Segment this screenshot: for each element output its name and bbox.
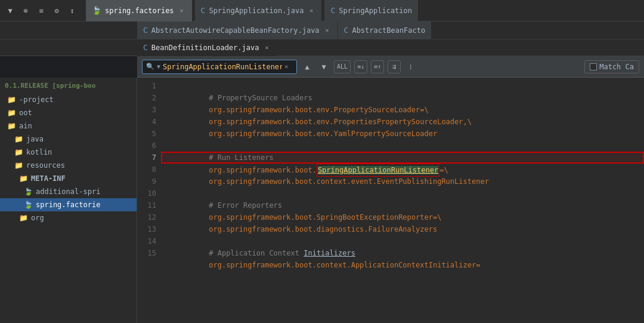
tab-close-bean-def[interactable]: ✕ [262,44,271,52]
code-content: 1 2 3 4 5 6 7 8 9 10 11 12 13 14 15 # Pr… [137,78,644,323]
line-num-11: 11 [137,199,156,211]
spring-icon: 🍃 [92,6,101,15]
sidebar-item-org[interactable]: 📁 org [0,211,137,224]
code-lines: # PropertySource Loaders org.springframe… [161,78,644,323]
java-icon-3: C [143,26,148,35]
search-input[interactable] [163,63,282,71]
code-line-1: # PropertySource Loaders [161,80,644,92]
line-num-9: 9 [137,176,156,187]
toolbar-icons: ▼ ⊕ ≡ ⚙ ↕ [4,4,79,17]
tab-spring-application-java[interactable]: C SpringApplication.java ✕ [195,0,323,21]
search-next-btn[interactable]: ▼ [317,60,330,73]
line-num-6: 6 [137,140,156,152]
sidebar-item-project[interactable]: 📁 -project [0,93,137,106]
search-bar: 🔍 ▼ ✕ ▲ ▼ ALL ≡↓ ≡↑ ⇶ ⫶ Match Ca [137,56,644,78]
java-icon-4: C [344,26,349,35]
search-icon: 🔍 [146,63,154,70]
tab-spring-application-2[interactable]: C SpringApplication [324,0,419,21]
sidebar-item-spring-factories[interactable]: 🍃 spring.factorie [0,198,137,211]
tab-abstract-bean[interactable]: C AbstractBeanFacto [338,21,432,39]
match-case-checkbox [590,63,597,70]
line-num-13: 13 [137,223,156,235]
settings-icon[interactable]: ⊕ [19,4,32,17]
search-clear-icon[interactable]: ✕ [284,63,289,70]
search-filter-btn2[interactable]: ≡↑ [371,60,384,73]
sidebar-item-boot[interactable]: 📁 oot [0,106,137,119]
java-icon: C [201,6,206,15]
second-tab-bar: C AbstractAutowireCapableBeanFactory.jav… [0,21,644,39]
search-prev-btn[interactable]: ▲ [301,60,314,73]
line-num-4: 4 [137,116,156,128]
line-num-10: 10 [137,187,156,199]
line-num-2: 2 [137,92,156,104]
sidebar-item-kotlin[interactable]: 📁 kotlin [0,146,137,159]
sidebar-header: 0.1.RELEASE [spring-boo [0,78,137,93]
gear-icon[interactable]: ⚙ [50,4,63,17]
sidebar: 0.1.RELEASE [spring-boo 📁 -project 📁 oot… [0,78,137,323]
line-num-8: 8 [137,164,156,176]
line-num-7: 7 [137,152,156,164]
code-line-14: # Application Context Initializers [161,235,644,247]
sidebar-item-meta-inf[interactable]: 📁 META-INF [0,172,137,185]
top-tab-bar: ▼ ⊕ ≡ ⚙ ↕ 🍃 spring.factories ✕ C SpringA… [0,0,644,21]
line-num-14: 14 [137,235,156,247]
sidebar-item-additional-spri[interactable]: 🍃 additional-spri [0,185,137,198]
tab-abstract-autowire[interactable]: C AbstractAutowireCapableBeanFactory.jav… [137,21,338,39]
code-line-10: # Error Reporters [161,187,644,199]
java-icon-2: C [330,6,335,15]
collapse-icon[interactable]: ▼ [4,4,17,17]
swap-icon[interactable]: ↕ [66,4,79,17]
line-num-1: 1 [137,80,156,92]
java-icon-5: C [143,43,148,52]
line-num-3: 3 [137,104,156,116]
sidebar-item-main[interactable]: 📁 ain [0,119,137,133]
tab-close-abstract-autowire[interactable]: ✕ [323,26,332,35]
sidebar-item-resources[interactable]: 📁 resources [0,159,137,172]
search-filter-btn3[interactable]: ⇶ [388,60,401,73]
line-num-12: 12 [137,211,156,223]
tab-close-spring-app[interactable]: ✕ [307,7,315,15]
code-area: 1 2 3 4 5 6 7 8 9 10 11 12 13 14 15 # Pr… [137,78,644,323]
tab-close-spring-factories[interactable]: ✕ [178,7,186,15]
tab-spring-factories[interactable]: 🍃 spring.factories ✕ [86,0,193,21]
main-layout: 0.1.RELEASE [spring-boo 📁 -project 📁 oot… [0,78,644,323]
match-case-btn[interactable]: Match Ca [584,60,639,73]
sidebar-item-java[interactable]: 📁 java [0,133,137,146]
search-filter-btn1[interactable]: ≡↓ [354,60,367,73]
code-line-6: # Run Listeners [161,140,644,152]
line-numbers: 1 2 3 4 5 6 7 8 9 10 11 12 13 14 15 [137,78,161,323]
line-num-15: 15 [137,247,156,259]
third-tab-bar: C BeanDefinitionLoader.java ✕ [0,39,644,56]
search-all-btn[interactable]: ALL [334,60,351,73]
menu-icon[interactable]: ≡ [35,4,48,17]
search-dropdown-icon[interactable]: ▼ [157,63,160,70]
line-num-5: 5 [137,128,156,140]
search-input-wrapper: 🔍 ▼ ✕ [142,60,297,74]
search-filter-icon[interactable]: ⫶ [404,60,417,73]
tab-bean-def-loader[interactable]: C BeanDefinitionLoader.java ✕ [137,39,277,56]
